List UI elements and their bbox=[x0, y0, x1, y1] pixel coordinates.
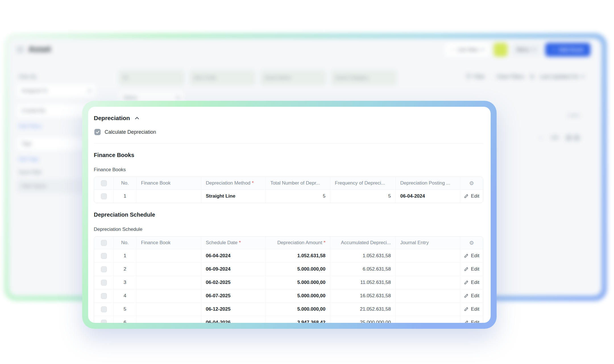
cell-total[interactable]: 5 bbox=[265, 190, 330, 203]
edit-row-button[interactable]: Edit bbox=[464, 266, 479, 272]
collapse-icon[interactable] bbox=[539, 137, 543, 138]
pencil-icon bbox=[464, 294, 468, 298]
list-view-selector[interactable]: List View bbox=[445, 43, 489, 57]
cell-schedule-date[interactable]: 06-02-2025 bbox=[201, 276, 265, 289]
item-code-filter-input[interactable]: Item Code bbox=[189, 70, 255, 85]
cell-finance-book[interactable] bbox=[136, 276, 201, 289]
cell-schedule-date[interactable]: 06-04-2024 bbox=[201, 249, 265, 262]
grid-view-icon[interactable] bbox=[566, 135, 572, 141]
asset-name-filter-input[interactable]: Asset Name bbox=[260, 70, 326, 85]
edit-label: Edit bbox=[471, 193, 479, 199]
cell-accumulated[interactable]: 16.052.631,58 bbox=[330, 289, 395, 302]
cell-depreciation-amount[interactable]: 1.052.631,58 bbox=[265, 249, 330, 262]
edit-row-button[interactable]: Edit bbox=[464, 193, 479, 199]
cell-finance-book[interactable] bbox=[136, 316, 201, 323]
pencil-icon bbox=[464, 280, 468, 285]
chevron-down-icon bbox=[532, 49, 536, 51]
cell-finance-book[interactable] bbox=[136, 303, 201, 316]
page-size-button[interactable]: 100 bbox=[551, 135, 559, 141]
cell-finance-book[interactable] bbox=[136, 190, 201, 203]
depreciation-panel: Depreciation Calculate Depreciation Fina… bbox=[82, 101, 497, 329]
col-finance-book: Finance Book bbox=[136, 177, 201, 189]
cell-finance-book[interactable] bbox=[136, 263, 201, 276]
edit-row-button[interactable]: Edit bbox=[464, 280, 479, 285]
asset-category-filter-input[interactable]: Asset Category bbox=[331, 70, 397, 85]
sort-field-select[interactable]: Last Updated On bbox=[540, 74, 585, 80]
cell-depreciation-amount[interactable]: 5.000.000,00 bbox=[265, 303, 330, 316]
sort-direction-icon[interactable]: ⇅ bbox=[530, 74, 534, 80]
hamburger-menu-icon[interactable] bbox=[16, 47, 24, 53]
depreciation-schedule-table-label: Depreciation Schedule bbox=[94, 227, 483, 232]
cell-journal-entry[interactable] bbox=[395, 263, 460, 276]
cell-accumulated[interactable]: 21.052.631,58 bbox=[330, 303, 395, 316]
clear-filters-button[interactable]: Clear Filters bbox=[497, 74, 524, 80]
add-asset-button[interactable]: + Add Asset bbox=[545, 43, 590, 57]
cell-accumulated[interactable]: 11.052.631,58 bbox=[330, 276, 395, 289]
pencil-icon bbox=[464, 267, 468, 271]
menu-label: Menu bbox=[517, 47, 530, 53]
cell-method[interactable]: Straight Line bbox=[201, 190, 265, 203]
cell-schedule-date[interactable]: 06-09-2024 bbox=[201, 263, 265, 276]
cell-depreciation-amount[interactable]: 5.000.000,00 bbox=[265, 289, 330, 302]
assigned-to-select[interactable]: Assigned To bbox=[16, 84, 96, 98]
cell-depreciation-amount[interactable]: 5.000.000,00 bbox=[265, 263, 330, 276]
col-posting-date: Depreciation Posting ... bbox=[395, 177, 460, 189]
select-all-checkbox[interactable] bbox=[101, 240, 107, 246]
depreciation-schedule-table: No. Finance Book Schedule Date* Deprecia… bbox=[94, 236, 483, 323]
chevron-up-icon[interactable] bbox=[134, 115, 140, 121]
cell-schedule-date[interactable]: 06-12-2025 bbox=[201, 303, 265, 316]
cell-depreciation-amount[interactable]: 5.000.000,00 bbox=[265, 276, 330, 289]
id-filter-input[interactable]: ID bbox=[119, 70, 184, 85]
cell-depreciation-amount[interactable]: 3.947.368,42 bbox=[265, 316, 330, 323]
cell-finance-book[interactable] bbox=[136, 289, 201, 302]
row-checkbox[interactable] bbox=[101, 193, 107, 199]
cell-posting-date[interactable]: 06-04-2024 bbox=[395, 190, 460, 203]
finance-books-table: No. Finance Book Depreciation Method* To… bbox=[94, 177, 483, 203]
edit-row-button[interactable]: Edit bbox=[464, 306, 479, 312]
pencil-icon bbox=[464, 194, 468, 198]
cell-journal-entry[interactable] bbox=[395, 316, 460, 323]
created-by-label: Created By bbox=[21, 108, 45, 114]
edit-row-button[interactable]: Edit bbox=[464, 320, 479, 323]
cell-schedule-date[interactable]: 06-07-2025 bbox=[201, 289, 265, 302]
row-checkbox[interactable] bbox=[101, 280, 107, 286]
row-checkbox[interactable] bbox=[101, 266, 107, 272]
chevron-down-icon bbox=[481, 49, 484, 51]
cell-finance-book[interactable] bbox=[136, 249, 201, 262]
id-filter-placeholder: ID bbox=[123, 75, 128, 81]
cell-journal-entry[interactable] bbox=[395, 249, 460, 262]
plus-icon: + bbox=[552, 46, 556, 53]
table-row: 1 Straight Line 5 5 06-04-2024 Edit bbox=[94, 189, 483, 203]
row-checkbox[interactable] bbox=[101, 293, 107, 299]
table-settings-gear-icon[interactable]: ⚙ bbox=[469, 181, 474, 186]
cell-journal-entry[interactable] bbox=[395, 276, 460, 289]
filter-by-label: Filter By bbox=[19, 74, 94, 80]
cell-frequency[interactable]: 5 bbox=[330, 190, 395, 203]
cell-journal-entry[interactable] bbox=[395, 289, 460, 302]
notification-badge[interactable] bbox=[494, 43, 507, 57]
cell-accumulated[interactable]: 6.052.631,58 bbox=[330, 263, 395, 276]
filter-button[interactable]: Filter bbox=[466, 74, 485, 80]
cell-schedule-date[interactable]: 06-04-2026 bbox=[201, 316, 265, 323]
list-view-icon bbox=[450, 49, 455, 50]
calculate-depreciation-checkbox[interactable] bbox=[94, 129, 101, 135]
finance-books-table-label: Finance Books bbox=[94, 167, 483, 173]
menu-button[interactable]: Menu bbox=[512, 43, 541, 57]
cell-accumulated[interactable]: 1.052.631,58 bbox=[330, 249, 395, 262]
cell-accumulated[interactable]: 25.000.000,00 bbox=[330, 316, 395, 323]
row-checkbox[interactable] bbox=[101, 306, 107, 312]
table-settings-gear-icon[interactable]: ⚙ bbox=[469, 240, 474, 246]
table-row: 5 06-12-2025 5.000.000,00 21.052.631,58 … bbox=[94, 302, 483, 316]
row-checkbox[interactable] bbox=[101, 253, 107, 259]
select-all-checkbox[interactable] bbox=[101, 180, 107, 186]
row-checkbox[interactable] bbox=[101, 320, 107, 323]
pencil-icon bbox=[464, 307, 468, 311]
edit-row-button[interactable]: Edit bbox=[464, 253, 479, 259]
table-row: 4 06-07-2025 5.000.000,00 16.052.631,58 … bbox=[94, 289, 483, 302]
edit-row-button[interactable]: Edit bbox=[464, 293, 479, 299]
table-row: 3 06-02-2025 5.000.000,00 11.052.631,58 … bbox=[94, 276, 483, 289]
list-view-toggle-icon[interactable] bbox=[574, 135, 580, 141]
chevron-down-icon bbox=[581, 76, 585, 78]
edit-label: Edit bbox=[471, 266, 479, 272]
cell-journal-entry[interactable] bbox=[395, 303, 460, 316]
